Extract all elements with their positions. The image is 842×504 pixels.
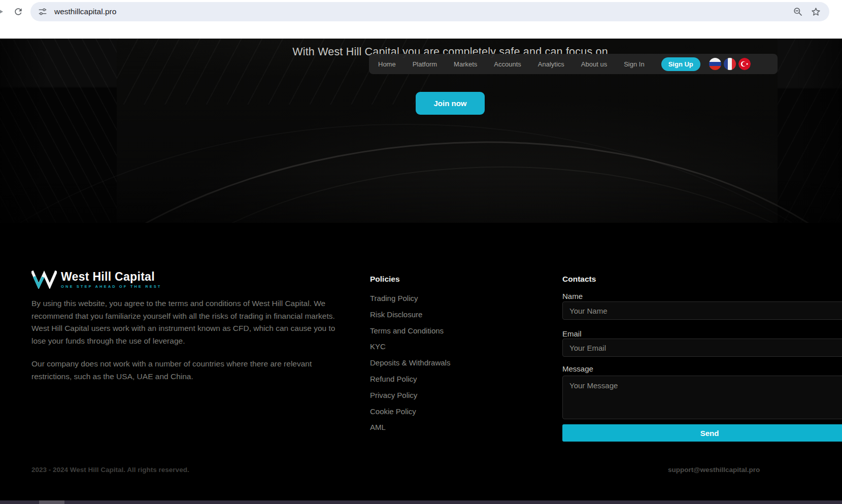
main-nav: Home Platform Markets Accounts Analytics… bbox=[369, 54, 778, 74]
turkey-flag-icon[interactable] bbox=[738, 58, 751, 70]
hero-bg-left bbox=[0, 39, 117, 223]
policy-link-kyc[interactable]: KYC bbox=[370, 342, 450, 351]
reload-icon[interactable] bbox=[13, 7, 23, 17]
hero-bg-right bbox=[778, 39, 842, 223]
horizontal-scrollbar[interactable] bbox=[0, 500, 842, 504]
brand-tagline: ONE STEP AHEAD OF THE REST bbox=[61, 284, 162, 289]
nav-item-markets[interactable]: Markets bbox=[454, 60, 477, 68]
policy-link-trading-policy[interactable]: Trading Policy bbox=[370, 293, 450, 303]
name-field[interactable] bbox=[562, 301, 842, 320]
brand-logo: West Hill Capital ONE STEP AHEAD OF THE … bbox=[31, 270, 162, 289]
france-flag-icon[interactable] bbox=[724, 58, 736, 70]
hero-section: With West Hill Capital you are completel… bbox=[0, 39, 842, 223]
nav-item-sign-in[interactable]: Sign In bbox=[624, 60, 644, 68]
send-button[interactable]: Send bbox=[562, 424, 842, 442]
email-label: Email bbox=[562, 329, 582, 338]
forward-arrow-icon[interactable] bbox=[0, 8, 4, 15]
policy-link-privacy-policy[interactable]: Privacy Policy bbox=[370, 390, 450, 400]
nav-item-home[interactable]: Home bbox=[378, 60, 396, 68]
message-label: Message bbox=[562, 364, 593, 373]
russia-flag-icon[interactable] bbox=[709, 58, 721, 70]
browser-chrome: westhillcapital.pro bbox=[0, 0, 842, 39]
nav-item-analytics[interactable]: Analytics bbox=[538, 60, 564, 68]
email-field[interactable] bbox=[562, 339, 842, 357]
policy-link-deposits-withdrawals[interactable]: Deposits & Withdrawals bbox=[370, 358, 450, 367]
footer: West Hill Capital ONE STEP AHEAD OF THE … bbox=[0, 223, 842, 500]
message-field[interactable] bbox=[562, 376, 842, 419]
policy-link-refund-policy[interactable]: Refund Policy bbox=[370, 374, 450, 384]
url-text: westhillcapital.pro bbox=[54, 7, 793, 16]
nav-item-about-us[interactable]: About us bbox=[581, 60, 607, 68]
zoom-icon[interactable] bbox=[793, 7, 803, 17]
site-info-icon[interactable] bbox=[38, 7, 47, 16]
policy-link-risk-disclosure[interactable]: Risk Disclosure bbox=[370, 310, 450, 319]
url-bar[interactable]: westhillcapital.pro bbox=[30, 2, 829, 21]
policies-title: Policies bbox=[370, 275, 400, 284]
policy-link-cookie-policy[interactable]: Cookie Policy bbox=[370, 407, 450, 416]
policy-link-terms-and-conditions[interactable]: Terms and Conditions bbox=[370, 326, 450, 335]
policies-list: Trading Policy Risk Disclosure Terms and… bbox=[370, 293, 450, 439]
join-now-button[interactable]: Join now bbox=[416, 92, 485, 115]
bookmark-star-icon[interactable] bbox=[811, 7, 821, 17]
nav-item-platform[interactable]: Platform bbox=[413, 60, 437, 68]
disclaimer-text-1: By using this website, you agree to the … bbox=[31, 297, 336, 347]
support-email-link[interactable]: support@westhillcapital.pro bbox=[668, 466, 760, 474]
policy-link-aml[interactable]: AML bbox=[370, 422, 450, 432]
name-label: Name bbox=[562, 292, 583, 300]
horizontal-scrollbar-thumb[interactable] bbox=[39, 500, 64, 504]
brand-name: West Hill Capital bbox=[61, 271, 162, 283]
nav-item-accounts[interactable]: Accounts bbox=[494, 60, 521, 68]
west-hill-logo-icon bbox=[31, 270, 57, 289]
contacts-title: Contacts bbox=[562, 275, 596, 284]
copyright-text: 2023 - 2024 West Hill Capital. All right… bbox=[31, 466, 189, 474]
sign-up-button[interactable]: Sign Up bbox=[661, 57, 700, 71]
disclaimer-text-2: Our company does not work with a number … bbox=[31, 358, 336, 383]
